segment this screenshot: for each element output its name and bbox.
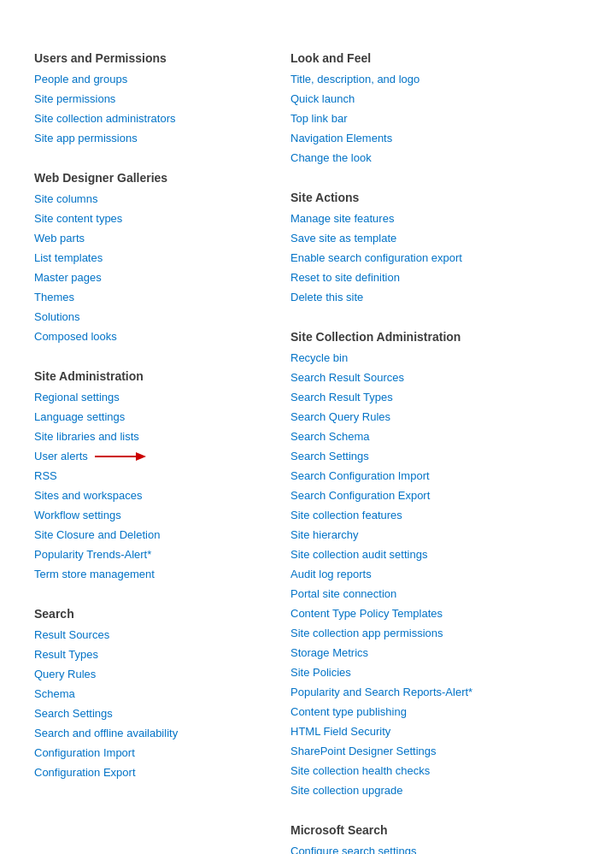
list-item: Audit log reports: [290, 565, 582, 583]
nav-link[interactable]: Storage Metrics: [290, 646, 368, 659]
user-alerts-link[interactable]: User alerts: [34, 448, 88, 465]
nav-link[interactable]: Search Configuration Export: [290, 489, 430, 502]
nav-link[interactable]: Top link bar: [290, 112, 347, 125]
nav-link[interactable]: Search Settings: [290, 450, 369, 462]
nav-link[interactable]: Sites and workspaces: [34, 489, 142, 502]
nav-link[interactable]: Site collection app permissions: [290, 627, 443, 639]
section-users-permissions: Users and PermissionsPeople and groupsSi…: [34, 51, 290, 147]
nav-link[interactable]: Title, description, and logo: [290, 73, 419, 85]
list-item: Site content types: [34, 209, 290, 227]
nav-link[interactable]: Delete this site: [290, 291, 363, 303]
nav-link[interactable]: Site hierarchy: [290, 528, 358, 541]
list-item: Web parts: [34, 229, 290, 247]
nav-link[interactable]: Site columns: [34, 192, 97, 205]
nav-link[interactable]: Master pages: [34, 271, 102, 284]
nav-link[interactable]: Content Type Policy Templates: [290, 607, 443, 620]
list-item: Site collection app permissions: [290, 624, 582, 642]
nav-link[interactable]: Search Configuration Import: [290, 469, 430, 482]
nav-link[interactable]: Site libraries and lists: [34, 430, 139, 443]
nav-link[interactable]: Solutions: [34, 310, 79, 323]
nav-link[interactable]: Result Types: [34, 648, 98, 661]
nav-link[interactable]: RSS: [34, 469, 57, 482]
nav-link[interactable]: Result Sources: [34, 628, 109, 641]
section-links-look-and-feel: Title, description, and logoQuick launch…: [290, 70, 582, 167]
nav-link[interactable]: Search Settings: [34, 707, 113, 720]
list-item: Master pages: [34, 268, 290, 286]
left-column: Users and PermissionsPeople and groupsSi…: [34, 51, 290, 805]
list-item: Portal site connection: [290, 585, 582, 603]
list-item: Site app permissions: [34, 129, 290, 147]
nav-link[interactable]: Term store management: [34, 568, 155, 580]
nav-link[interactable]: Portal site connection: [290, 587, 396, 600]
nav-link[interactable]: Search Schema: [290, 430, 370, 443]
nav-link[interactable]: Site collection features: [290, 509, 402, 521]
section-links-site-collection-administration: Recycle binSearch Result SourcesSearch R…: [290, 349, 582, 799]
nav-link[interactable]: Save site as template: [290, 232, 396, 244]
nav-link[interactable]: Search and offline availability: [34, 727, 178, 739]
nav-link[interactable]: Site Policies: [290, 666, 351, 679]
nav-link[interactable]: Composed looks: [34, 330, 117, 343]
nav-link[interactable]: Quick launch: [290, 92, 355, 105]
nav-link[interactable]: Content type publishing: [290, 705, 407, 718]
nav-link[interactable]: Site Closure and Deletion: [34, 528, 160, 541]
nav-link[interactable]: Site collection upgrade: [290, 784, 403, 797]
nav-link[interactable]: List templates: [34, 251, 103, 264]
section-microsoft-search: Microsoft SearchConfigure search setting…: [290, 823, 582, 854]
list-item: Reset to site definition: [290, 268, 582, 286]
list-item: Site Closure and Deletion: [34, 526, 290, 544]
nav-link[interactable]: Site app permissions: [34, 132, 138, 144]
nav-link[interactable]: Workflow settings: [34, 509, 121, 521]
nav-link[interactable]: Themes: [34, 291, 74, 303]
nav-link[interactable]: Site content types: [34, 212, 122, 225]
nav-link[interactable]: Reset to site definition: [290, 271, 400, 284]
nav-link[interactable]: Configure search settings: [290, 845, 416, 854]
nav-link[interactable]: HTML Field Security: [290, 725, 390, 738]
nav-link[interactable]: Configuration Export: [34, 766, 136, 779]
list-item: Content type publishing: [290, 703, 582, 721]
list-item: Workflow settings: [34, 506, 290, 524]
list-item: Site collection administrators: [34, 109, 290, 127]
section-search: SearchResult SourcesResult TypesQuery Ru…: [34, 607, 290, 781]
nav-link[interactable]: Site collection health checks: [290, 764, 430, 777]
section-title-look-and-feel: Look and Feel: [290, 51, 582, 65]
nav-link[interactable]: Manage site features: [290, 212, 394, 225]
section-title-microsoft-search: Microsoft Search: [290, 823, 582, 837]
nav-link[interactable]: Site collection administrators: [34, 112, 175, 125]
nav-link[interactable]: Search Query Rules: [290, 410, 390, 423]
list-item: Search Result Types: [290, 388, 582, 406]
list-item: Site collection health checks: [290, 762, 582, 780]
nav-link[interactable]: Configuration Import: [34, 746, 135, 759]
list-item: Search Query Rules: [290, 408, 582, 426]
section-title-search: Search: [34, 607, 290, 621]
nav-link[interactable]: Regional settings: [34, 391, 120, 403]
section-site-collection-administration: Site Collection AdministrationRecycle bi…: [290, 330, 582, 799]
nav-link[interactable]: Search Result Sources: [290, 371, 404, 384]
nav-link[interactable]: Web parts: [34, 232, 85, 244]
list-item: Configuration Export: [34, 763, 290, 781]
nav-link[interactable]: Query Rules: [34, 668, 96, 680]
nav-link[interactable]: Language settings: [34, 410, 125, 423]
section-site-administration: Site AdministrationRegional settingsLang…: [34, 369, 290, 583]
red-arrow-icon: [95, 447, 146, 465]
nav-link[interactable]: SharePoint Designer Settings: [290, 745, 437, 757]
nav-link[interactable]: Site permissions: [34, 92, 115, 105]
list-item: Site columns: [34, 190, 290, 208]
list-item: Search Schema: [290, 427, 582, 445]
nav-link[interactable]: Popularity and Search Reports-Alert*: [290, 686, 472, 698]
list-item: Search Settings: [34, 704, 290, 722]
list-item: Quick launch: [290, 90, 582, 108]
nav-link[interactable]: Navigation Elements: [290, 132, 392, 144]
nav-link[interactable]: Change the look: [290, 151, 372, 164]
nav-link[interactable]: People and groups: [34, 73, 127, 85]
section-links-web-designer-galleries: Site columnsSite content typesWeb partsL…: [34, 190, 290, 345]
section-links-search: Result SourcesResult TypesQuery RulesSch…: [34, 626, 290, 781]
nav-link[interactable]: Search Result Types: [290, 391, 393, 403]
nav-link[interactable]: Site collection audit settings: [290, 548, 427, 561]
list-item: User alerts: [34, 447, 290, 465]
nav-link[interactable]: Audit log reports: [290, 568, 372, 580]
list-item: Language settings: [34, 408, 290, 426]
nav-link[interactable]: Recycle bin: [290, 351, 348, 364]
nav-link[interactable]: Enable search configuration export: [290, 251, 462, 264]
nav-link[interactable]: Schema: [34, 687, 75, 700]
nav-link[interactable]: Popularity Trends-Alert*: [34, 548, 151, 561]
